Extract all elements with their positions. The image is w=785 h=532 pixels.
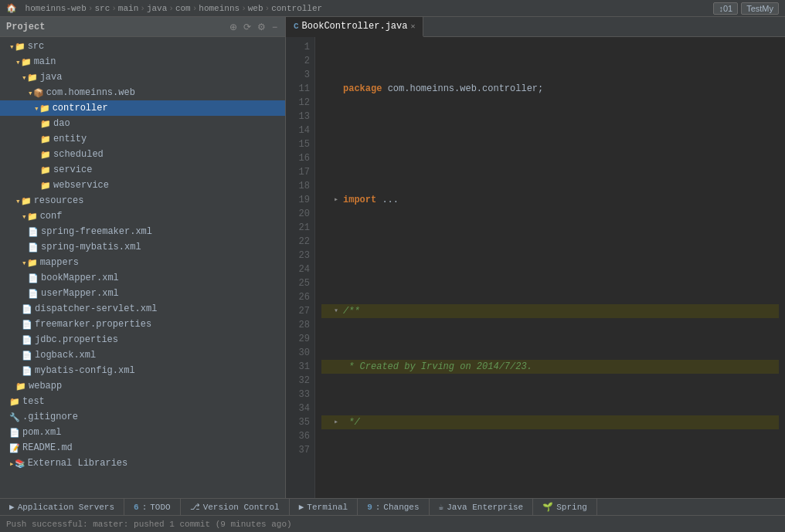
tree-item-dao[interactable]: 📁 dao	[0, 116, 285, 131]
tab-todo-label: TODO	[150, 503, 170, 512]
tree-item-gitignore[interactable]: 🔧 .gitignore	[0, 409, 285, 425]
folder-open-icon: ▾📁	[15, 57, 32, 67]
tree-item-readme[interactable]: 📝 README.md	[0, 440, 285, 456]
tab-version-control[interactable]: ⎇ Version Control	[181, 499, 290, 516]
fold-3[interactable]: ▸	[334, 193, 343, 207]
tree-item-resources[interactable]: ▾📁 resources	[0, 193, 285, 208]
tab-changes[interactable]: 9: Changes	[358, 499, 429, 516]
breadcrumb-bar: 🏠 homeinns-web › src › main › java › com…	[0, 0, 785, 17]
bc-controller[interactable]: controller	[271, 4, 322, 13]
code-line-11	[321, 249, 779, 263]
code-line-2	[321, 137, 779, 151]
tree-item-webservice[interactable]: 📁 webservice	[0, 178, 285, 193]
tree-label-controller: controller	[53, 103, 108, 114]
tree-item-mybatis-config[interactable]: 📄 mybatis-config.xml	[0, 363, 285, 378]
status-bar: Push successful: master: pushed 1 commit…	[0, 515, 785, 532]
collapse-icon[interactable]: −	[270, 21, 279, 33]
code-line-13: * Created by Irving on 2014/7/23.	[321, 360, 779, 374]
tree-item-usermapper[interactable]: 📄 userMapper.xml	[0, 286, 285, 301]
add-icon[interactable]: ⊕	[228, 21, 239, 33]
tab-todo[interactable]: 6: TODO	[124, 499, 181, 516]
prop-file-icon: 📄	[22, 335, 32, 345]
package-icon: ▾📦	[28, 88, 44, 98]
todo-num: 6	[134, 503, 139, 512]
terminal-icon: ▶	[299, 502, 304, 512]
fold-14[interactable]: ▸	[334, 415, 343, 429]
tree-item-dispatcher[interactable]: 📄 dispatcher-servlet.xml	[0, 301, 285, 317]
bc-java[interactable]: java	[147, 4, 167, 13]
project-header-icons: ⊕ ⟳ ⚙ −	[228, 21, 279, 33]
settings-icon[interactable]: ⚙	[256, 21, 267, 33]
bc-project[interactable]: homeinns-web	[25, 4, 87, 13]
tree-item-bookmapper[interactable]: 📄 bookMapper.xml	[0, 270, 285, 286]
tree-item-logback[interactable]: 📄 logback.xml	[0, 347, 285, 363]
tree-item-controller[interactable]: ▾📁 controller	[0, 100, 285, 116]
tab-app-servers-label: Application Servers	[18, 503, 114, 512]
xml-file-icon: 📄	[28, 273, 39, 283]
tab-spring[interactable]: 🌱 Spring	[533, 499, 597, 516]
tree-item-pkg[interactable]: ▾📦 com.homeinns.web	[0, 85, 285, 100]
tree-item-java[interactable]: ▾📁 java	[0, 69, 285, 85]
vc-icon: ⎇	[190, 502, 200, 512]
tree-item-test[interactable]: 📁 test	[0, 394, 285, 409]
code-editor: 1 2 3 11 12 13 14 15 16 17 18 19 20 21 2…	[286, 37, 785, 498]
bc-web[interactable]: web	[248, 4, 263, 13]
code-text-1: package com.homeinns.web.controller;	[343, 82, 779, 96]
project-title: Project	[6, 22, 228, 32]
tree-item-mappers[interactable]: ▾📁 mappers	[0, 255, 285, 270]
tree-label-jdbc-prop: jdbc.properties	[35, 334, 118, 345]
tab-bookcontroller[interactable]: C BookController.java ✕	[286, 17, 423, 37]
tree-item-entity[interactable]: 📁 entity	[0, 131, 285, 147]
tree-item-pom[interactable]: 📄 pom.xml	[0, 425, 285, 440]
tab-changes-label: Changes	[383, 503, 419, 512]
code-content[interactable]: package com.homeinns.web.controller; ▸ i…	[315, 37, 785, 498]
changes-colon: :	[376, 503, 381, 512]
xml-file-icon: 📄	[22, 351, 32, 361]
tree-item-spring-mybatis[interactable]: 📄 spring-mybatis.xml	[0, 239, 285, 255]
tree-item-main[interactable]: ▾📁 main	[0, 54, 285, 69]
tab-java-enterprise[interactable]: ☕ Java Enterprise	[430, 499, 534, 516]
project-tree: ▾📁 src ▾📁 main ▾📁 java ▾📦 com.homeinns.w…	[0, 37, 285, 498]
tab-app-servers[interactable]: ▶ Application Servers	[0, 499, 124, 516]
tab-terminal[interactable]: ▶ Terminal	[290, 499, 358, 516]
tree-item-ext-libs[interactable]: ▸📚 External Libraries	[0, 456, 285, 471]
tree-label-test: test	[22, 396, 45, 407]
tree-item-src[interactable]: ▾📁 src	[0, 39, 285, 54]
breadcrumb-home[interactable]: 🏠	[6, 3, 17, 13]
tab-java-ent-label: Java Enterprise	[447, 503, 523, 512]
xml-file-icon: 📄	[28, 289, 39, 299]
tree-label-gitignore: .gitignore	[22, 412, 78, 422]
md-file-icon: 📝	[9, 443, 20, 453]
tree-label-mybatis-config: mybatis-config.xml	[35, 365, 135, 376]
prop-file-icon: 📄	[22, 320, 32, 330]
tree-label-dispatcher: dispatcher-servlet.xml	[35, 303, 157, 314]
tree-label-usermapper: userMapper.xml	[41, 288, 119, 299]
status-message: Push successful: master: pushed 1 commit…	[6, 520, 292, 529]
folder-icon: 📁	[40, 181, 51, 191]
nav-btn-1[interactable]: ↕01	[713, 2, 738, 15]
bc-src[interactable]: src	[94, 4, 110, 13]
code-line-12: ▾ /**	[321, 304, 779, 318]
tree-item-spring-freemaker[interactable]: 📄 spring-freemaker.xml	[0, 224, 285, 239]
fold-12[interactable]: ▾	[334, 304, 343, 318]
bc-main[interactable]: main	[118, 4, 138, 13]
sync-icon[interactable]: ⟳	[242, 21, 253, 33]
tree-item-conf[interactable]: ▾📁 conf	[0, 208, 285, 224]
tab-label: BookController.java	[302, 21, 408, 32]
tree-item-service[interactable]: 📁 service	[0, 162, 285, 178]
libs-icon: ▸📚	[9, 459, 25, 469]
tree-label-ext-libs: External Libraries	[28, 458, 128, 469]
bc-homeinns[interactable]: homeinns	[199, 4, 240, 13]
tab-close-btn[interactable]: ✕	[410, 22, 415, 31]
tree-item-freemarker-prop[interactable]: 📄 freemarker.properties	[0, 317, 285, 332]
tree-item-scheduled[interactable]: 📁 scheduled	[0, 147, 285, 162]
tree-label-pkg: com.homeinns.web	[46, 87, 135, 98]
tree-label-dao: dao	[53, 118, 70, 129]
folder-icon: 📁	[40, 134, 51, 144]
bc-com[interactable]: com	[175, 4, 191, 13]
tree-label-spring-freemaker: spring-freemaker.xml	[41, 226, 152, 237]
test-button[interactable]: TestMy	[741, 2, 779, 15]
tree-label-entity: entity	[53, 134, 87, 144]
tree-item-webapp[interactable]: 📁 webapp	[0, 378, 285, 394]
tree-item-jdbc-prop[interactable]: 📄 jdbc.properties	[0, 332, 285, 347]
